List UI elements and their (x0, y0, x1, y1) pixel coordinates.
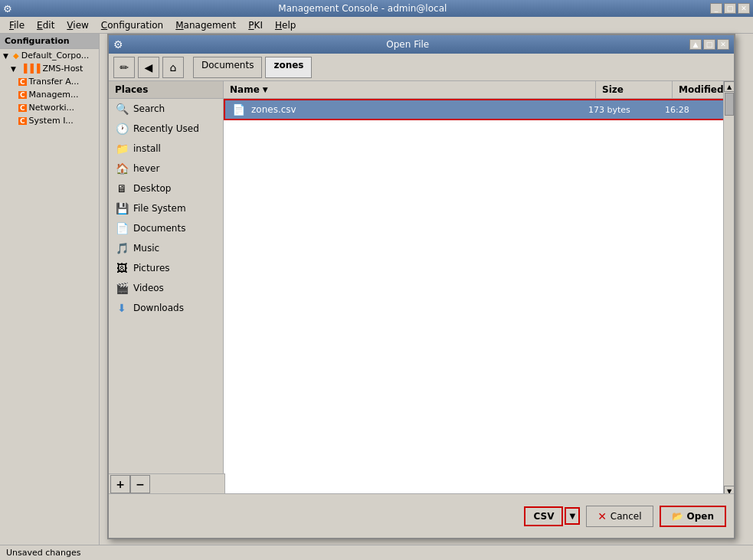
type-filter-button[interactable]: CSV (524, 506, 563, 526)
system-label: System I... (29, 116, 74, 126)
status-text: Unsaved changes (6, 548, 80, 558)
file-modified: 16:28 (665, 105, 726, 115)
place-recently-used[interactable]: 🕐 Recently Used (109, 119, 223, 139)
place-music[interactable]: 🎵 Music (109, 238, 223, 258)
c-badge: C (18, 104, 27, 112)
add-place-button[interactable]: + (110, 475, 130, 493)
folder-icon: 📁 (115, 142, 129, 155)
networking-label: Networki... (29, 103, 74, 113)
dialog-restore-button[interactable]: □ (703, 39, 715, 50)
scroll-up-arrow[interactable]: ▲ (724, 81, 734, 92)
place-desktop[interactable]: 🖥 Desktop (109, 178, 223, 198)
desktop-icon: 🖥 (115, 182, 129, 195)
dialog-close-button[interactable]: ✕ (717, 39, 729, 50)
col-size-label: Size (602, 84, 624, 95)
menu-configuration[interactable]: Configuration (95, 18, 169, 32)
sidebar-item-system[interactable]: C System I... (0, 114, 99, 127)
home-button[interactable]: ⌂ (162, 57, 184, 78)
files-panel: Name ▼ Size Modified 📄 (224, 81, 734, 496)
file-name: zones.csv (251, 104, 588, 115)
place-search-label: Search (133, 103, 165, 114)
sidebar-item-transfer[interactable]: C Transfer A... (0, 75, 99, 88)
type-selector: CSV ▼ (524, 506, 580, 526)
menu-management[interactable]: Management (169, 18, 242, 32)
menu-pki[interactable]: PKI (242, 18, 269, 32)
place-videos[interactable]: 🎬 Videos (109, 278, 223, 298)
statusbar: Unsaved changes (0, 545, 753, 560)
bottom-row: CSV ▼ ✕ Cancel 📂 Open (109, 503, 734, 530)
places-add-remove: + − (109, 473, 225, 493)
dialog-up-button[interactable]: ▲ (689, 39, 702, 50)
open-label: Open (687, 511, 714, 522)
minimize-button[interactable]: _ (710, 3, 722, 14)
sidebar-item-networking[interactable]: C Networki... (0, 101, 99, 114)
maximize-button[interactable]: □ (724, 3, 736, 14)
file-row[interactable]: 📄 zones.csv 173 bytes 16:28 (224, 99, 734, 120)
dialog-content: Places 🔍 Search 🕐 Recently Used 📁 instal… (109, 81, 734, 496)
type-dropdown-button[interactable]: ▼ (565, 507, 580, 525)
c-badge: C (18, 78, 27, 86)
menubar: File Edit View Configuration Management … (0, 17, 753, 34)
place-downloads[interactable]: ⬇ Downloads (109, 298, 223, 318)
col-sort-arrow: ▼ (263, 86, 268, 93)
open-button[interactable]: 📂 Open (660, 506, 726, 527)
folder-open-icon: 📂 (672, 511, 683, 522)
pictures-icon: 🖼 (115, 262, 129, 274)
place-hever[interactable]: 🏠 hever (109, 159, 223, 178)
main-title: Management Console - admin@local (15, 3, 710, 14)
c-badge: C (18, 117, 27, 125)
search-icon: 🔍 (115, 103, 129, 115)
place-filesystem-label: File System (133, 203, 186, 214)
sidebar-item-default-corp[interactable]: ▼ ◆ Default_Corpo... (0, 49, 99, 62)
c-badge: C (18, 91, 27, 99)
col-header-size[interactable]: Size (596, 81, 673, 98)
menu-edit[interactable]: Edit (31, 18, 61, 32)
place-documents[interactable]: 📄 Documents (109, 218, 223, 238)
type-filter-label: CSV (533, 511, 554, 522)
scroll-thumb[interactable] (725, 93, 734, 116)
place-hever-label: hever (133, 163, 159, 174)
place-downloads-label: Downloads (133, 303, 184, 313)
place-install[interactable]: 📁 install (109, 139, 223, 159)
place-search[interactable]: 🔍 Search (109, 99, 223, 119)
col-header-name[interactable]: Name ▼ (224, 81, 596, 98)
scrollbar[interactable]: ▲ ▼ (723, 81, 734, 496)
cancel-icon: ✕ (597, 510, 607, 522)
recently-used-icon: 🕐 (115, 123, 129, 135)
open-file-dialog: ⚙ Open File ▲ □ ✕ ✏ ◀ ⌂ Documents zones (107, 34, 735, 539)
dialog-bottom: CSV ▼ ✕ Cancel 📂 Open (109, 493, 734, 538)
file-icon: 📄 (231, 103, 245, 116)
place-filesystem[interactable]: 💾 File System (109, 198, 223, 218)
close-button[interactable]: ✕ (738, 3, 750, 14)
main-window: ⚙ Management Console - admin@local _ □ ✕… (0, 0, 753, 560)
documents-icon: 📄 (115, 222, 129, 234)
dialog-icon: ⚙ (113, 38, 123, 51)
corp-label: Default_Corpo... (21, 51, 90, 61)
places-panel: Places 🔍 Search 🕐 Recently Used 📁 instal… (109, 81, 224, 496)
sidebar-item-zms-host[interactable]: ▼ ▐▐▐ ZMS-Host (0, 62, 99, 75)
dialog-win-controls: ▲ □ ✕ (689, 39, 729, 50)
main-win-controls: _ □ ✕ (710, 3, 750, 14)
home-icon: 🏠 (115, 162, 129, 175)
menu-view[interactable]: View (61, 18, 94, 32)
place-music-label: Music (133, 243, 159, 254)
col-modified-label: Modified (679, 84, 724, 95)
app-body: Configuration ▼ ◆ Default_Corpo... ▼ ▐▐▐… (0, 34, 753, 560)
menu-file[interactable]: File (3, 18, 31, 32)
back-button[interactable]: ◀ (138, 57, 159, 78)
location-documents[interactable]: Documents (193, 57, 262, 78)
place-pictures[interactable]: 🖼 Pictures (109, 258, 223, 278)
tree-expand-icon: ▼ (11, 65, 18, 73)
host-icon: ▐▐▐ (21, 64, 40, 74)
main-titlebar: ⚙ Management Console - admin@local _ □ ✕ (0, 0, 753, 17)
dialog-area: ⚙ Open File ▲ □ ✕ ✏ ◀ ⌂ Documents zones (100, 34, 753, 560)
place-pictures-label: Pictures (133, 263, 170, 273)
sidebar-item-management[interactable]: C Managem... (0, 88, 99, 101)
remove-place-button[interactable]: − (130, 475, 150, 493)
cancel-button[interactable]: ✕ Cancel (586, 506, 653, 527)
menu-help[interactable]: Help (269, 18, 302, 32)
sidebar: Configuration ▼ ◆ Default_Corpo... ▼ ▐▐▐… (0, 34, 100, 560)
transfer-label: Transfer A... (29, 77, 80, 87)
edit-filename-button[interactable]: ✏ (113, 57, 135, 78)
location-zones[interactable]: zones (265, 57, 312, 78)
